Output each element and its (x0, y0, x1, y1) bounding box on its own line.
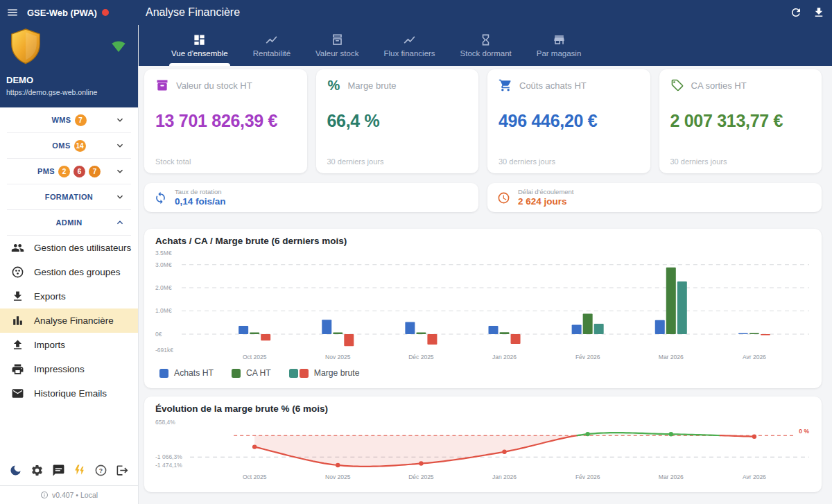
inventory-icon (331, 33, 344, 46)
sidebar-item-gestion-des-utilisateurs[interactable]: Gestion des utilisateurs (0, 236, 138, 260)
legend-swatch (159, 369, 168, 378)
tab-label: Valeur stock (315, 49, 358, 58)
chevron-down-icon[interactable] (114, 140, 125, 151)
bolt-icon[interactable] (73, 464, 86, 477)
trending-up-icon (403, 33, 416, 46)
sidebar-item-label: Impressions (34, 364, 85, 374)
sidebar-section-pms[interactable]: PMS267 (0, 159, 138, 184)
legend-label: Achats HT (174, 368, 214, 378)
kpi-row: Valeur du stock HT13 701 826,39 €Stock t… (144, 69, 822, 173)
y-axis-label: 3.0M€ (155, 261, 172, 268)
bar-achats-ht (572, 325, 582, 334)
sidebar-item-label: Exports (34, 291, 66, 302)
menu-icon[interactable] (6, 6, 19, 19)
tab-label: Rentabilité (253, 49, 291, 58)
sidebar-item-gestion-des-groupes[interactable]: Gestion des groupes (0, 260, 138, 284)
x-axis-label: Mar 2026 (659, 354, 684, 360)
data-point (419, 461, 423, 465)
sync-icon (154, 191, 167, 205)
chevron-down-icon[interactable] (114, 114, 125, 125)
bar-achats-ht (239, 326, 248, 334)
notification-badge: 7 (75, 114, 87, 126)
sidebar-item-label: Analyse Financière (34, 315, 114, 326)
version-label: v0.407 • Local (52, 491, 98, 499)
wifi-icon (112, 40, 125, 53)
org-url: https://demo.gse-web.online (6, 88, 97, 96)
tab-bar: Vue d'ensembleRentabilitéValeur stockFlu… (139, 25, 832, 66)
printer-icon (11, 363, 24, 376)
download-icon[interactable] (813, 6, 825, 19)
sidebar-item-label: Imports (34, 340, 65, 350)
tab-stock-dormant[interactable]: Stock dormant (458, 25, 514, 66)
legend-item-achats-ht: Achats HT (159, 368, 214, 378)
sidebar-item-analyse-financiere[interactable]: Analyse Financière (0, 309, 138, 333)
chevron-down-icon[interactable] (114, 191, 125, 202)
moon-icon[interactable] (9, 464, 22, 477)
legend-swatch-pair (289, 369, 309, 378)
legend-item-ca-ht: CA HT (232, 368, 271, 378)
bar-achats-ht (489, 326, 499, 334)
refresh-icon[interactable] (790, 6, 802, 19)
stock-box-icon (155, 78, 169, 92)
kpi-card-ca-sorties-ht: CA sorties HT2 007 313,77 €30 derniers j… (659, 69, 822, 173)
chevron-up-icon[interactable] (114, 217, 125, 228)
mini-card-delai-d-ecoulement: Délai d'écoulement2 624 jours (487, 183, 822, 212)
sidebar-section-oms[interactable]: OMS14 (0, 133, 138, 158)
x-axis-label: Avr 2026 (743, 473, 766, 480)
settings-icon[interactable] (31, 464, 44, 477)
mini-card-label: Délai d'écoulement (518, 188, 574, 195)
mini-card-label: Taux de rotation (175, 188, 226, 195)
tab-flux-financiers[interactable]: Flux financiers (381, 25, 437, 66)
shield-logo (7, 27, 44, 69)
tab-rentabilite[interactable]: Rentabilité (251, 25, 293, 66)
chat-icon[interactable] (52, 464, 65, 477)
app-name-label: GSE-Web (PWA) (27, 8, 97, 18)
x-axis-label: Jan 2026 (492, 354, 517, 360)
sidebar-item-imports[interactable]: Imports (0, 333, 138, 357)
email-icon (11, 387, 24, 400)
data-point (336, 463, 340, 467)
tab-vue-d-ensemble[interactable]: Vue d'ensemble (169, 25, 230, 66)
kpi-card-marge-brute: %Marge brute66,4 %30 derniers jours (316, 69, 479, 173)
bar-chart-icon (11, 314, 24, 327)
section-label: FORMATION (45, 193, 93, 201)
kpi-subtitle: 30 derniers jours (499, 157, 555, 166)
x-axis-label: Fév 2026 (575, 473, 600, 480)
bar-ca-ht (500, 332, 510, 334)
bar-marge-brute (427, 334, 437, 345)
x-axis-label: Nov 2025 (325, 354, 351, 360)
area-fill (254, 435, 577, 467)
kpi-subtitle: 30 derniers jours (670, 157, 727, 166)
trending-up-icon (265, 33, 278, 46)
tab-valeur-stock[interactable]: Valeur stock (313, 25, 361, 66)
topbar-actions (790, 6, 825, 19)
store-icon (553, 33, 566, 46)
sidebar-section-formation[interactable]: FORMATION (0, 184, 138, 209)
section-label: ADMIN (55, 218, 82, 227)
import-icon (11, 338, 24, 351)
users-icon (11, 241, 24, 254)
y-axis-label: 1.0M€ (155, 308, 172, 315)
x-axis-label: Oct 2025 (243, 354, 267, 360)
sidebar-item-historique-emails[interactable]: Historique Emails (0, 381, 138, 406)
sidebar-section-admin[interactable]: ADMIN (0, 210, 138, 235)
y-axis-label: -1 474,1% (155, 462, 182, 469)
y-axis-label: 0€ (155, 331, 162, 338)
sidebar-item-impressions[interactable]: Impressions (0, 357, 138, 381)
tab-par-magasin[interactable]: Par magasin (535, 25, 584, 66)
line-chart-title: Évolution de la marge brute % (6 mois) (155, 403, 812, 414)
tab-label: Flux financiers (383, 49, 435, 58)
sidebar-item-exports[interactable]: Exports (0, 284, 138, 309)
sidebar-section-wms[interactable]: WMS7 (0, 107, 138, 132)
data-point (752, 435, 756, 439)
bar-ca-ht (250, 333, 259, 334)
chevron-down-icon[interactable] (114, 166, 125, 177)
mini-card-text: Taux de rotation0,14 fois/an (175, 188, 226, 208)
kpi-value: 66,4 % (327, 111, 468, 131)
kpi-card-couts-achats-ht: Coûts achats HT496 446,20 €30 derniers j… (487, 69, 650, 173)
help-icon[interactable]: ? (94, 464, 107, 477)
kpi-card-header: Valeur du stock HT (155, 78, 296, 92)
bar-achats-ht (738, 333, 748, 335)
kpi-value: 2 007 313,77 € (670, 111, 811, 131)
logout-icon[interactable] (116, 464, 129, 477)
